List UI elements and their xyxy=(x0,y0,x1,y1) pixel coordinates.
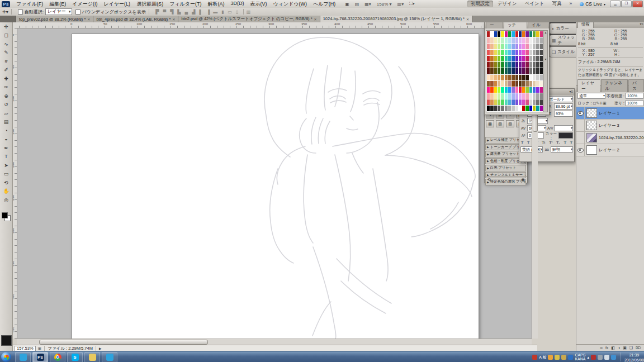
swatch-cell[interactable] xyxy=(536,75,539,80)
swatch-cell[interactable] xyxy=(519,31,522,37)
swatch-cell[interactable] xyxy=(501,50,504,55)
swatch-cell[interactable] xyxy=(487,106,490,111)
swatch-cell[interactable] xyxy=(515,37,518,43)
swatch-cell[interactable] xyxy=(501,75,504,80)
swatch-cell[interactable] xyxy=(512,56,514,61)
swatch-cell[interactable] xyxy=(536,44,539,49)
layer-row[interactable]: 1024-by-768-332220-200807190... xyxy=(576,132,644,144)
swatch-cell[interactable] xyxy=(525,68,528,74)
eraser-tool[interactable]: ▱ xyxy=(0,109,12,118)
swatch-cell[interactable] xyxy=(515,93,518,99)
swatch-cell[interactable] xyxy=(512,93,514,99)
swatch-cell[interactable] xyxy=(501,87,504,93)
swatch-cell[interactable] xyxy=(533,56,536,61)
swatch-cell[interactable] xyxy=(522,106,525,111)
swatch-cell[interactable] xyxy=(536,37,539,43)
swatch-cell[interactable] xyxy=(525,87,528,93)
swatch-cell[interactable] xyxy=(487,87,490,93)
swatch-cell[interactable] xyxy=(508,31,511,37)
view-extras-icon[interactable]: ▦▾ xyxy=(363,2,372,7)
layers-panel-tab[interactable]: チャンネル xyxy=(601,79,628,92)
blur-tool[interactable]: ◔ xyxy=(0,126,12,135)
swatch-cell[interactable] xyxy=(522,31,525,37)
swatch-cell[interactable] xyxy=(540,68,543,74)
swatch-cell[interactable] xyxy=(498,31,500,37)
swatch-cell[interactable] xyxy=(536,56,539,61)
align-icon[interactable]: ▄ xyxy=(183,9,190,15)
tray-app-blue[interactable] xyxy=(568,355,573,360)
swatch-cell[interactable] xyxy=(505,50,508,55)
swatch-cell[interactable] xyxy=(529,62,532,68)
swatch-cell[interactable] xyxy=(494,81,497,87)
align-icon[interactable]: ▟ xyxy=(191,9,197,15)
swatch-cell[interactable] xyxy=(529,37,532,43)
swatch-cell[interactable] xyxy=(501,31,504,37)
swatch-cell[interactable] xyxy=(533,106,536,111)
swatch-cell[interactable] xyxy=(529,75,532,80)
menu-item[interactable]: 解析(A) xyxy=(205,1,227,8)
swatch-cell[interactable] xyxy=(525,62,528,68)
swatch-cell[interactable] xyxy=(490,50,493,55)
swatch-cell[interactable] xyxy=(515,87,518,93)
swatch-cell[interactable] xyxy=(536,62,539,68)
swatch-cell[interactable] xyxy=(512,68,514,74)
swatch-cell[interactable] xyxy=(533,99,536,105)
swatch-cell[interactable] xyxy=(505,81,508,87)
swatch-cell[interactable] xyxy=(487,50,490,55)
swatch-cell[interactable] xyxy=(505,106,508,111)
auto-align-icon[interactable]: ▥ xyxy=(247,9,251,15)
swatch-cell[interactable] xyxy=(508,87,511,93)
tray-app-orange[interactable] xyxy=(548,355,553,360)
swatch-cell[interactable] xyxy=(487,56,490,61)
swatch-cell[interactable] xyxy=(540,106,543,111)
layers-panel-tab[interactable]: レイヤー xyxy=(577,79,600,92)
marquee-tool[interactable]: ◻ xyxy=(0,31,12,40)
swatch-cell[interactable] xyxy=(515,75,518,80)
taskbar-photoshop[interactable]: Ps xyxy=(32,352,48,362)
swatch-cell[interactable] xyxy=(515,62,518,68)
swatch-cell[interactable] xyxy=(533,93,536,99)
swatch-cell[interactable] xyxy=(505,44,508,49)
swatch-cell[interactable] xyxy=(487,62,490,68)
swatch-cell[interactable] xyxy=(522,44,525,49)
clone-stamp-tool[interactable]: ⊕ xyxy=(0,92,12,101)
swatch-cell[interactable] xyxy=(519,99,522,105)
swatch-cell[interactable] xyxy=(498,99,500,105)
status-options-arrow[interactable]: ▶ xyxy=(99,346,102,350)
swatch-cell[interactable] xyxy=(529,99,532,105)
swatch-cell[interactable] xyxy=(522,81,525,87)
tray-app-folder[interactable] xyxy=(561,355,566,360)
document-tab[interactable]: 1024-by-768-332220-20080719080203.jpg @ … xyxy=(320,16,472,22)
swatch-cell[interactable] xyxy=(508,81,511,87)
leading-field[interactable]: 89.96 pt xyxy=(554,103,573,109)
swatch-cell[interactable] xyxy=(505,37,508,43)
swatch-cell[interactable] xyxy=(525,56,528,61)
align-icon[interactable]: ▐ xyxy=(205,9,211,15)
adjustment-icon[interactable]: ▧ xyxy=(506,120,514,127)
type-style-button[interactable]: Ŧ xyxy=(570,140,572,145)
swatch-cell[interactable] xyxy=(501,93,504,99)
menu-item[interactable]: 選択範囲(S) xyxy=(134,1,166,8)
layer-row[interactable]: レイヤー 3 xyxy=(576,120,644,132)
swatch-cell[interactable] xyxy=(487,99,490,105)
swatch-cell[interactable] xyxy=(529,87,532,93)
history-brush-tool[interactable]: ↺ xyxy=(0,101,12,109)
swatch-cell[interactable] xyxy=(508,37,511,43)
swatch-cell[interactable] xyxy=(490,31,493,37)
swatch-cell[interactable] xyxy=(536,106,539,111)
swatch-cell[interactable] xyxy=(494,31,497,37)
swatch-cell[interactable] xyxy=(512,87,514,93)
type-style-button[interactable]: T xyxy=(564,140,566,145)
cslive-button[interactable]: CS Live ▾ xyxy=(580,1,605,7)
swatch-cell[interactable] xyxy=(501,68,504,74)
swatch-cell[interactable] xyxy=(522,62,525,68)
dock-button-スウォッチ[interactable]: ▦スウォッチ xyxy=(550,35,576,46)
swatch-cell[interactable] xyxy=(519,93,522,99)
tab-close-icon[interactable]: ✕ xyxy=(314,17,317,21)
swatch-cell[interactable] xyxy=(487,44,490,49)
swatch-cell[interactable] xyxy=(490,44,493,49)
layers-footer-icon[interactable]: ⌦ xyxy=(636,346,641,350)
swatch-cell[interactable] xyxy=(533,37,536,43)
swatch-cell[interactable] xyxy=(525,99,528,105)
foreground-color-chip[interactable] xyxy=(2,212,8,218)
